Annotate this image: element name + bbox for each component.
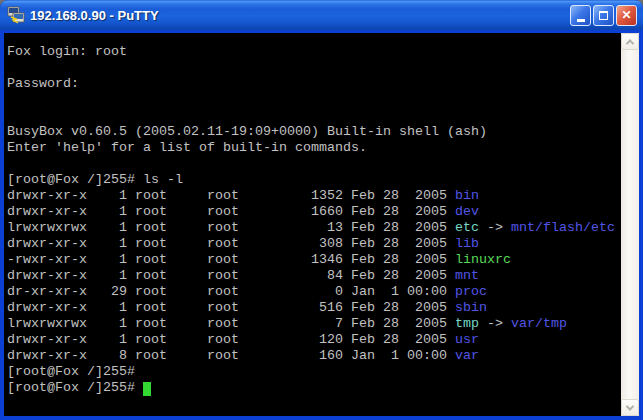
terminal-line: lrwxrwxrwx 1 root root 7 Feb 28 2005 tmp… [7, 316, 639, 332]
terminal-line: Password: [7, 76, 639, 92]
terminal-text: BusyBox v0.60.5 (2005.02.11-19:09+0000) … [7, 124, 487, 139]
terminal-text: drwxr-xr-x 1 root root 308 Feb 28 2005 [7, 236, 455, 251]
file-name: usr [455, 332, 479, 347]
minimize-button[interactable] [570, 5, 591, 26]
close-button[interactable]: ✕ [616, 5, 637, 26]
terminal-line: Enter 'help' for a list of built-in comm… [7, 140, 639, 156]
maximize-icon [599, 11, 608, 20]
terminal-cursor [143, 382, 151, 396]
terminal-line: -rwxr-xr-x 1 root root 1346 Feb 28 2005 … [7, 252, 639, 268]
file-name: bin [455, 188, 479, 203]
terminal-line: drwxr-xr-x 1 root root 1352 Feb 28 2005 … [7, 188, 639, 204]
file-name: linuxrc [455, 252, 511, 267]
terminal-line: dr-xr-xr-x 29 root root 0 Jan 1 00:00 pr… [7, 284, 639, 300]
terminal-text: drwxr-xr-x 1 root root 84 Feb 28 2005 [7, 268, 455, 283]
window-title: 192.168.0.90 - PuTTY [30, 8, 570, 23]
terminal-text: [root@Fox /]255# ls -l [7, 172, 183, 187]
scrollbar-down-button[interactable] [621, 399, 639, 416]
terminal-line: BusyBox v0.60.5 (2005.02.11-19:09+0000) … [7, 124, 639, 140]
terminal-text: drwxr-xr-x 1 root root 516 Feb 28 2005 [7, 300, 455, 315]
maximize-button[interactable] [593, 5, 614, 26]
terminal-line: drwxr-xr-x 1 root root 516 Feb 28 2005 s… [7, 300, 639, 316]
putty-app-icon [7, 6, 25, 24]
scrollbar[interactable] [621, 33, 639, 416]
file-name: mnt [455, 268, 479, 283]
terminal-output: Fox login: root Password: BusyBox v0.60.… [4, 33, 639, 396]
window-controls: ✕ [570, 5, 637, 26]
terminal-text: drwxr-xr-x 1 root root 1352 Feb 28 2005 [7, 188, 455, 203]
terminal-line: drwxr-xr-x 1 root root 120 Feb 28 2005 u… [7, 332, 639, 348]
terminal-line: [root@Fox /]255# [7, 380, 639, 396]
file-name: lib [455, 236, 479, 251]
terminal-text: Enter 'help' for a list of built-in comm… [7, 140, 367, 155]
file-name: tmp [455, 316, 479, 331]
terminal-text: dr-xr-xr-x 29 root root 0 Jan 1 00:00 [7, 284, 455, 299]
terminal-text: -> [479, 316, 511, 331]
chevron-up-icon [626, 39, 634, 47]
terminal-text: -rwxr-xr-x 1 root root 1346 Feb 28 2005 [7, 252, 455, 267]
terminal-line: [root@Fox /]255# ls -l [7, 172, 639, 188]
file-name: mnt/flash/etc [511, 220, 615, 235]
file-name: var/tmp [511, 316, 567, 331]
terminal-text: -> [479, 220, 511, 235]
terminal-line [7, 92, 639, 108]
terminal-line: Fox login: root [7, 44, 639, 60]
terminal-text: [root@Fox /]255# [7, 364, 135, 379]
terminal-line [7, 60, 639, 76]
titlebar[interactable]: 192.168.0.90 - PuTTY ✕ [0, 0, 643, 30]
terminal-text: lrwxrwxrwx 1 root root 7 Feb 28 2005 [7, 316, 455, 331]
terminal-line [7, 156, 639, 172]
file-name: dev [455, 204, 479, 219]
chevron-down-icon [626, 402, 634, 410]
terminal-line: drwxr-xr-x 1 root root 1660 Feb 28 2005 … [7, 204, 639, 220]
file-name: var [455, 348, 479, 363]
file-name: sbin [455, 300, 487, 315]
terminal-line: drwxr-xr-x 8 root root 160 Jan 1 00:00 v… [7, 348, 639, 364]
terminal-area[interactable]: Fox login: root Password: BusyBox v0.60.… [4, 33, 639, 416]
terminal-line: lrwxrwxrwx 1 root root 13 Feb 28 2005 et… [7, 220, 639, 236]
file-name: etc [455, 220, 479, 235]
terminal-text: drwxr-xr-x 8 root root 160 Jan 1 00:00 [7, 348, 455, 363]
minimize-icon [577, 19, 585, 22]
terminal-line: drwxr-xr-x 1 root root 308 Feb 28 2005 l… [7, 236, 639, 252]
close-icon: ✕ [621, 9, 631, 21]
terminal-line [7, 108, 639, 124]
terminal-text: drwxr-xr-x 1 root root 120 Feb 28 2005 [7, 332, 455, 347]
terminal-text: Fox login: root [7, 44, 127, 59]
scrollbar-up-button[interactable] [621, 33, 639, 50]
terminal-line: drwxr-xr-x 1 root root 84 Feb 28 2005 mn… [7, 268, 639, 284]
terminal-text: Password: [7, 76, 79, 91]
scrollbar-track[interactable] [621, 50, 639, 399]
putty-window: 192.168.0.90 - PuTTY ✕ Fox login: root P… [0, 0, 643, 420]
terminal-text: drwxr-xr-x 1 root root 1660 Feb 28 2005 [7, 204, 455, 219]
terminal-line: [root@Fox /]255# [7, 364, 639, 380]
file-name: proc [455, 284, 487, 299]
terminal-text: lrwxrwxrwx 1 root root 13 Feb 28 2005 [7, 220, 455, 235]
terminal-text: [root@Fox /]255# [7, 380, 143, 395]
